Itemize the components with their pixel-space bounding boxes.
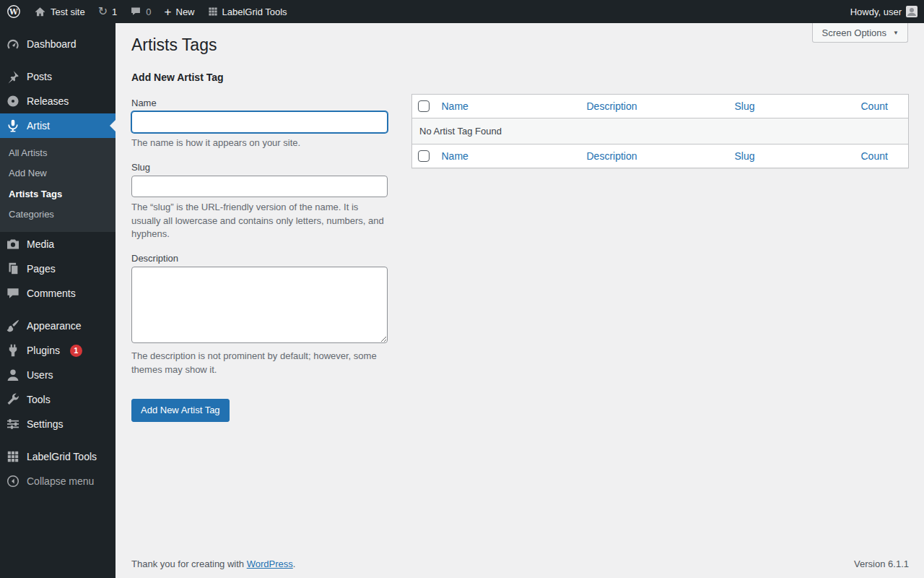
sidebar-item-label: Plugins (27, 345, 60, 356)
tags-table-container: Name Description Slug Count No Artist Ta… (411, 56, 909, 168)
wordpress-logo-menu[interactable]: W (0, 0, 27, 23)
chevron-down-icon: ▼ (893, 30, 899, 36)
submenu-item-artists-tags[interactable]: Artists Tags (0, 184, 116, 204)
artist-submenu: All Artists Add New Artists Tags Categor… (0, 138, 116, 232)
comment-count: 0 (146, 7, 151, 17)
site-name: Test site (51, 7, 85, 17)
sidebar-item-settings[interactable]: Settings (0, 412, 116, 436)
column-footer-count: Count (855, 144, 909, 168)
collapse-menu-button[interactable]: Collapse menu (0, 469, 116, 493)
admin-sidebar: Dashboard Posts Releases Artist All Arti… (0, 23, 116, 578)
footer-thanks: Thank you for creating with WordPress. (131, 558, 295, 569)
sidebar-item-media[interactable]: Media (0, 232, 116, 256)
collapse-menu-label: Collapse menu (27, 475, 94, 487)
sort-description-link[interactable]: Description (587, 100, 637, 112)
sidebar-item-label: Comments (27, 288, 76, 299)
labelgrid-tools-menu[interactable]: LabelGrid Tools (201, 0, 294, 23)
sidebar-item-users[interactable]: Users (0, 363, 116, 387)
screen-options-label: Screen Options (821, 27, 886, 38)
sidebar-item-label: Pages (27, 263, 56, 275)
sidebar-item-plugins[interactable]: Plugins 1 (0, 338, 116, 363)
sort-count-link[interactable]: Count (861, 100, 888, 112)
comments-menu[interactable]: 0 (123, 0, 157, 23)
microphone-icon (6, 118, 20, 133)
description-label: Description (131, 253, 388, 264)
sidebar-item-label: Appearance (27, 320, 82, 332)
account-menu[interactable]: Howdy, user (844, 0, 924, 23)
footer-version: Version 6.1.1 (854, 558, 909, 569)
collapse-arrow-icon (6, 474, 20, 488)
column-footer-slug: Slug (729, 144, 855, 168)
sidebar-item-comments[interactable]: Comments (0, 281, 116, 306)
avatar (906, 6, 918, 17)
submenu-item-add-new[interactable]: Add New (0, 163, 116, 184)
submenu-item-all-artists[interactable]: All Artists (0, 143, 116, 163)
column-header-slug: Slug (729, 94, 855, 118)
updates-menu[interactable]: ↻ 1 (92, 0, 124, 23)
slug-help-text: The “slug” is the URL-friendly version o… (131, 201, 388, 242)
grid-icon (208, 7, 218, 17)
sidebar-item-posts[interactable]: Posts (0, 64, 116, 89)
add-new-artist-tag-button[interactable]: Add New Artist Tag (131, 399, 230, 422)
column-header-description: Description (581, 94, 729, 118)
sort-slug-link-bottom[interactable]: Slug (735, 150, 755, 162)
new-menu[interactable]: + New (158, 0, 201, 23)
sidebar-item-label: Artist (27, 120, 50, 131)
table-header-row: Name Description Slug Count (412, 94, 909, 118)
empty-row: No Artist Tag Found (412, 118, 909, 144)
form-heading: Add New Artist Tag (131, 72, 388, 83)
dashboard-icon (6, 37, 20, 51)
sort-description-link-bottom[interactable]: Description (587, 150, 637, 162)
pushpin-icon (6, 69, 20, 84)
user-icon (6, 368, 20, 382)
pages-icon (6, 262, 20, 276)
sidebar-item-dashboard[interactable]: Dashboard (0, 32, 116, 56)
sidebar-item-appearance[interactable]: Appearance (0, 314, 116, 338)
name-field-group: Name The name is how it appears on your … (131, 98, 388, 150)
sidebar-item-releases[interactable]: Releases (0, 89, 116, 113)
sidebar-item-label: Tools (27, 394, 51, 405)
sort-count-link-bottom[interactable]: Count (861, 150, 888, 162)
select-all-checkbox[interactable] (418, 100, 430, 112)
svg-text:W: W (9, 7, 18, 16)
sidebar-item-artist[interactable]: Artist (0, 113, 116, 138)
content-columns: Add New Artist Tag Name The name is how … (131, 56, 909, 422)
description-help-text: The description is not prominent by defa… (131, 350, 388, 377)
select-all-checkbox-bottom[interactable] (418, 150, 430, 162)
sidebar-item-label: Media (27, 238, 54, 250)
description-textarea[interactable] (131, 267, 388, 343)
sort-name-link[interactable]: Name (442, 100, 468, 112)
footer-thanks-suffix: . (293, 558, 296, 569)
wordpress-link[interactable]: WordPress (247, 558, 293, 569)
sidebar-item-label: Dashboard (27, 38, 77, 50)
name-label: Name (131, 98, 388, 108)
slug-label: Slug (131, 162, 388, 173)
plugins-update-badge: 1 (70, 345, 82, 357)
update-count: 1 (112, 7, 117, 17)
camera-icon (6, 237, 20, 251)
table-footer-row: Name Description Slug Count (412, 144, 909, 168)
slug-input[interactable] (131, 176, 388, 197)
home-icon (34, 6, 46, 18)
sidebar-item-labelgrid-tools[interactable]: LabelGrid Tools (0, 444, 116, 469)
sidebar-item-tools[interactable]: Tools (0, 387, 116, 412)
sidebar-item-pages[interactable]: Pages (0, 256, 116, 281)
sort-slug-link[interactable]: Slug (735, 100, 755, 112)
menu-separator (0, 436, 116, 444)
update-icon: ↻ (98, 6, 108, 17)
column-header-count: Count (855, 94, 909, 118)
name-help-text: The name is how it appears on your site. (131, 137, 388, 150)
sidebar-item-label: Posts (27, 71, 52, 82)
comment-icon (130, 6, 141, 17)
page-title: Artists Tags (131, 35, 909, 56)
sort-name-link-bottom[interactable]: Name (442, 150, 468, 162)
main-content: Screen Options ▼ Artists Tags Add New Ar… (116, 0, 924, 578)
sidebar-item-label: LabelGrid Tools (27, 451, 97, 462)
screen-options-button[interactable]: Screen Options ▼ (812, 23, 908, 43)
sidebar-item-label: Settings (27, 418, 64, 430)
wordpress-logo-icon: W (6, 4, 21, 19)
tags-table: Name Description Slug Count No Artist Ta… (411, 94, 909, 168)
name-input[interactable] (131, 111, 388, 133)
submenu-item-categories[interactable]: Categories (0, 204, 116, 225)
site-name-menu[interactable]: Test site (27, 0, 92, 23)
